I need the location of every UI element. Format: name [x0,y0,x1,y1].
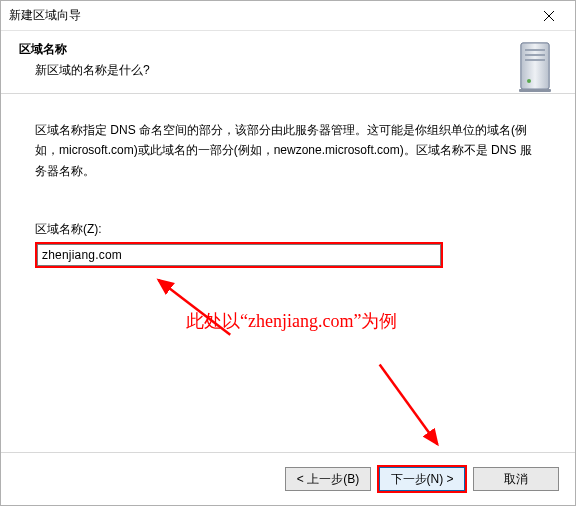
next-button[interactable]: 下一步(N) > [379,467,465,491]
svg-rect-5 [525,54,545,56]
back-button[interactable]: < 上一步(B) [285,467,371,491]
wizard-footer: < 上一步(B) 下一步(N) > 取消 [1,452,575,505]
annotation-text: 此处以“zhenjiang.com”为例 [186,309,397,333]
close-button[interactable] [529,2,569,30]
titlebar: 新建区域向导 [1,1,575,31]
zone-name-input-highlight [35,242,443,268]
svg-rect-6 [525,59,545,61]
svg-rect-4 [525,49,545,51]
zone-name-label: 区域名称(Z): [35,221,541,238]
close-icon [544,11,554,21]
wizard-window: 新建区域向导 区域名称 新区域的名称是什么? [0,0,576,506]
wizard-header: 区域名称 新区域的名称是什么? [1,31,575,94]
description-text: 区域名称指定 DNS 命名空间的部分，该部分由此服务器管理。这可能是你组织单位的… [35,120,541,181]
server-icon [515,39,557,95]
zone-name-field: 区域名称(Z): [35,221,541,268]
svg-rect-8 [519,89,551,92]
window-title: 新建区域向导 [9,7,529,24]
cancel-button[interactable]: 取消 [473,467,559,491]
zone-name-input[interactable] [37,244,441,266]
header-subheading: 新区域的名称是什么? [19,62,485,79]
svg-point-7 [527,79,531,83]
wizard-body: 区域名称指定 DNS 命名空间的部分，该部分由此服务器管理。这可能是你组织单位的… [1,94,575,452]
header-heading: 区域名称 [19,41,485,58]
